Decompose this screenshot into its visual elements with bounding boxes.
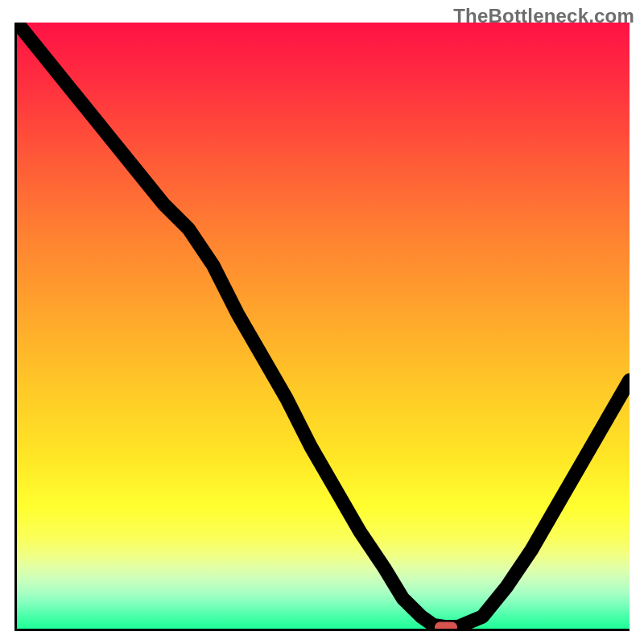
chart-container: TheBottleneck.com — [0, 0, 644, 644]
plot-area — [14, 23, 630, 631]
watermark-text: TheBottleneck.com — [453, 5, 634, 27]
series-path — [17, 23, 630, 627]
bottleneck-marker — [435, 621, 457, 631]
bottleneck-curve — [17, 23, 630, 629]
